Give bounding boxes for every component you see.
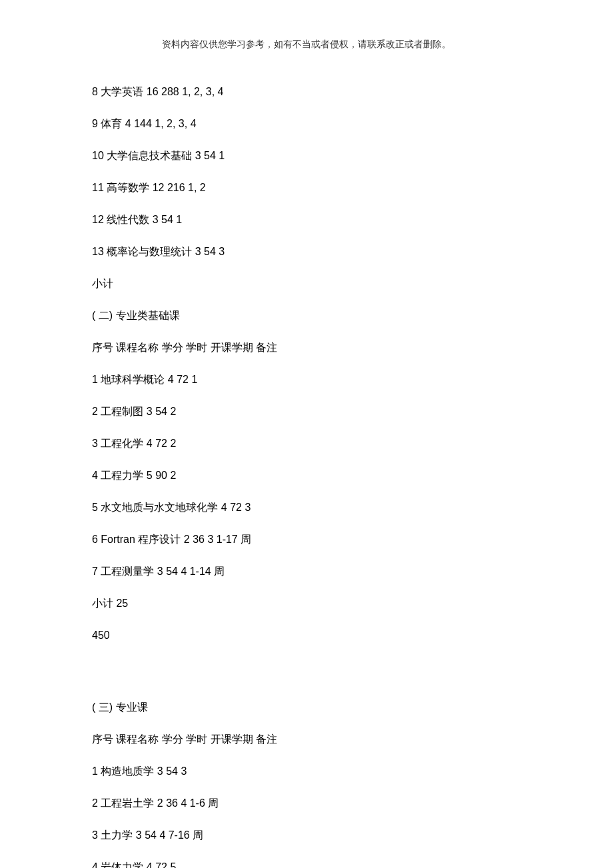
text-line: 450 xyxy=(92,628,533,644)
table-header: 序号 课程名称 学分 学时 开课学期 备注 xyxy=(92,340,533,356)
text-line: 13 概率论与数理统计 3 54 3 xyxy=(92,244,533,260)
text-line: 3 土力学 3 54 4 7-16 周 xyxy=(92,827,533,843)
text-line: 1 构造地质学 3 54 3 xyxy=(92,763,533,779)
text-line: 2 工程制图 3 54 2 xyxy=(92,404,533,420)
text-line: 10 大学信息技术基础 3 54 1 xyxy=(92,148,533,164)
text-line: 12 线性代数 3 54 1 xyxy=(92,212,533,228)
section-heading: ( 三) 专业课 xyxy=(92,699,533,715)
text-line: 5 水文地质与水文地球化学 4 72 3 xyxy=(92,500,533,516)
text-line: 3 工程化学 4 72 2 xyxy=(92,436,533,452)
text-line: 8 大学英语 16 288 1, 2, 3, 4 xyxy=(92,84,533,100)
text-line: 11 高等数学 12 216 1, 2 xyxy=(92,180,533,196)
text-line: 小计 xyxy=(92,276,533,292)
text-line: 1 地球科学概论 4 72 1 xyxy=(92,372,533,388)
text-line: 7 工程测量学 3 54 4 1-14 周 xyxy=(92,564,533,580)
document-content: 8 大学英语 16 288 1, 2, 3, 4 9 体育 4 144 1, 2… xyxy=(0,84,613,868)
text-line: 4 工程力学 5 90 2 xyxy=(92,468,533,484)
text-line: 6 Fortran 程序设计 2 36 3 1-17 周 xyxy=(92,532,533,548)
spacer xyxy=(92,659,533,699)
text-line: 9 体育 4 144 1, 2, 3, 4 xyxy=(92,116,533,132)
text-line: 2 工程岩土学 2 36 4 1-6 周 xyxy=(92,795,533,811)
text-line: 4 岩体力学 4 72 5 xyxy=(92,859,533,868)
table-header: 序号 课程名称 学分 学时 开课学期 备注 xyxy=(92,731,533,747)
section-heading: ( 二) 专业类基础课 xyxy=(92,308,533,324)
page-header: 资料内容仅供您学习参考，如有不当或者侵权，请联系改正或者删除。 xyxy=(0,0,613,84)
text-line: 小计 25 xyxy=(92,596,533,612)
